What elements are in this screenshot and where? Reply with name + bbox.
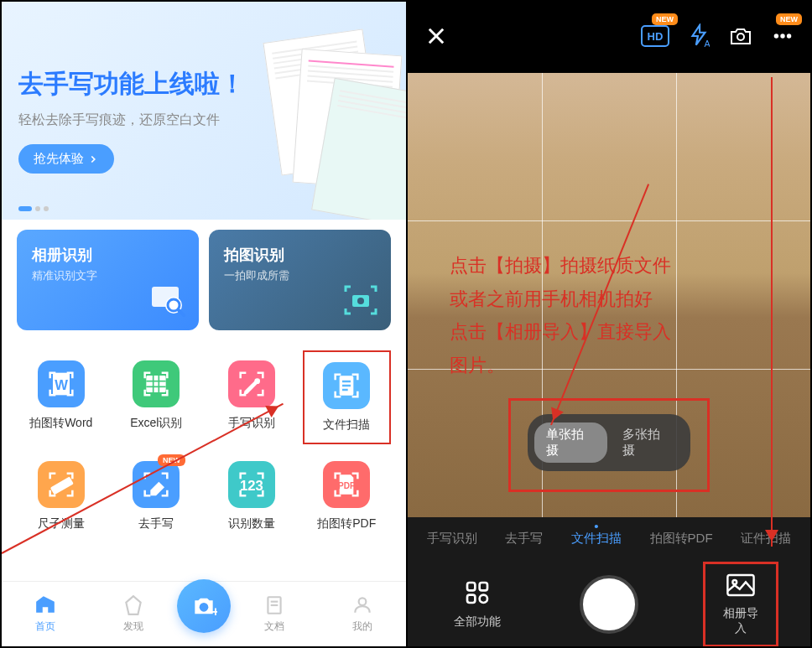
promo-banner: 去手写功能上线啦！ 轻松去除手写痕迹，还原空白文件 抢先体验	[2, 2, 406, 220]
page-indicator	[18, 206, 49, 211]
profile-icon	[351, 594, 373, 616]
svg-line-3	[179, 310, 184, 315]
new-badge: NEW	[652, 13, 678, 25]
icon-label: 拍图转PDF	[308, 516, 387, 531]
svg-point-35	[787, 34, 791, 38]
icon-label: 识别数量	[212, 516, 291, 531]
card-title: 拍图识别	[224, 245, 376, 265]
nav-discover[interactable]: 发现	[90, 594, 178, 634]
pen-icon	[228, 360, 275, 407]
mode-tab-2[interactable]: 文件扫描	[571, 531, 622, 547]
flash-icon: A	[688, 23, 710, 49]
search-photo-icon	[148, 280, 189, 320]
album-import-button[interactable]: 相册导入	[703, 562, 778, 646]
svg-text:+: +	[211, 604, 217, 619]
svg-point-33	[774, 34, 778, 38]
instruction-text: 点击【拍摄】拍摄纸质文件或者之前用手机相机拍好点击【相册导入】直接导入图片。	[450, 249, 777, 381]
annotation-arrow	[550, 184, 649, 425]
icon-label: 尺子测量	[22, 516, 101, 531]
svg-text:PDF: PDF	[338, 481, 355, 490]
svg-point-34	[780, 34, 784, 38]
nav-docs[interactable]: 文档	[231, 594, 319, 634]
svg-text:HD: HD	[648, 30, 664, 43]
svg-text:W: W	[55, 377, 68, 393]
icon-label: 手写识别	[212, 416, 291, 431]
icon-label: 文件扫描	[310, 417, 385, 433]
close-button[interactable]	[424, 24, 448, 51]
camera-switch-icon	[728, 25, 753, 47]
nav-home[interactable]: 首页	[2, 594, 90, 634]
feature-eraser[interactable]: NEW去手写	[112, 451, 201, 542]
svg-point-21	[200, 603, 209, 612]
bottom-nav: 首页 发现 + 文档 我的	[2, 581, 406, 646]
camera-viewfinder: 点击【拍摄】拍摄纸质文件或者之前用手机相机拍好点击【相册导入】直接导入图片。 单…	[408, 73, 810, 517]
svg-point-12	[254, 378, 260, 384]
chevron-right-icon	[87, 153, 99, 165]
word-icon: W	[38, 360, 85, 407]
icon-label: 去手写	[117, 516, 196, 531]
mode-tab-4[interactable]: 证件扫描	[741, 531, 791, 547]
svg-rect-7	[147, 376, 166, 392]
svg-marker-20	[126, 596, 140, 614]
shoot-mode-highlight: 单张拍摄 多张拍摄	[508, 398, 710, 492]
camera-button[interactable]: +	[177, 579, 231, 633]
shoot-mode-toggle[interactable]: 单张拍摄 多张拍摄	[528, 414, 690, 471]
feature-count[interactable]: 123识别数量	[207, 451, 296, 542]
svg-point-26	[358, 598, 366, 605]
svg-rect-40	[727, 575, 753, 595]
feature-excel[interactable]: Excel识别	[112, 350, 201, 444]
banner-illustration	[263, 35, 406, 186]
camera-top-bar: NEW HD A NEW	[408, 2, 810, 73]
feature-pdf[interactable]: PDF拍图转PDF	[303, 451, 392, 542]
multi-shot-button[interactable]: 多张拍摄	[611, 422, 684, 463]
docs-icon	[263, 594, 285, 616]
single-shot-button[interactable]: 单张拍摄	[534, 422, 607, 463]
try-now-button[interactable]: 抢先体验	[18, 144, 114, 174]
pdf-icon: PDF	[323, 461, 370, 508]
mode-tab-1[interactable]: 去手写	[505, 531, 543, 547]
camera-icon: +	[190, 593, 217, 619]
excel-icon	[133, 360, 180, 407]
camera-switch-button[interactable]	[728, 25, 753, 50]
mode-tab-0[interactable]: 手写识别	[427, 531, 477, 547]
svg-rect-37	[480, 583, 487, 590]
icon-label: 拍图转Word	[22, 416, 101, 431]
hd-button[interactable]: NEW HD	[641, 25, 669, 50]
shutter-button[interactable]	[580, 575, 638, 634]
album-recognition-card[interactable]: 相册识别 精准识别文字	[17, 230, 199, 330]
mode-tab-3[interactable]: 拍图转PDF	[650, 531, 713, 547]
all-features-button[interactable]: 全部功能	[440, 579, 515, 630]
ruler-icon	[38, 461, 85, 508]
camera-controls: 全部功能 相册导入	[408, 559, 810, 646]
grid-icon	[464, 579, 491, 606]
feature-word[interactable]: W拍图转Word	[17, 350, 106, 444]
svg-point-39	[480, 595, 487, 603]
svg-text:A: A	[704, 38, 710, 48]
svg-rect-17	[50, 476, 74, 495]
icon-label: Excel识别	[117, 416, 196, 431]
nav-mine[interactable]: 我的	[319, 594, 407, 634]
discover-icon	[122, 594, 144, 616]
feature-doc[interactable]: 文件扫描	[303, 350, 392, 444]
eraser-icon	[133, 461, 180, 508]
photo-recognition-card[interactable]: 拍图识别 一拍即成所需	[209, 230, 391, 330]
camera-scan-icon	[341, 280, 381, 320]
card-title: 相册识别	[32, 245, 184, 265]
svg-text:123: 123	[240, 478, 263, 494]
svg-rect-38	[467, 595, 475, 603]
feature-pen[interactable]: 手写识别	[207, 350, 296, 444]
svg-point-41	[732, 580, 737, 584]
svg-rect-36	[467, 583, 475, 590]
new-badge: NEW	[158, 454, 185, 466]
feature-ruler[interactable]: 尺子测量	[17, 451, 106, 542]
gallery-icon	[726, 573, 756, 598]
doc-icon	[323, 362, 370, 409]
home-icon	[34, 594, 56, 616]
more-button[interactable]: NEW	[772, 25, 794, 50]
more-icon	[772, 25, 794, 47]
hd-icon: HD	[641, 25, 669, 47]
count-icon: 123	[228, 461, 275, 508]
close-icon	[424, 24, 448, 48]
svg-point-5	[357, 298, 364, 304]
flash-button[interactable]: A	[688, 23, 710, 52]
